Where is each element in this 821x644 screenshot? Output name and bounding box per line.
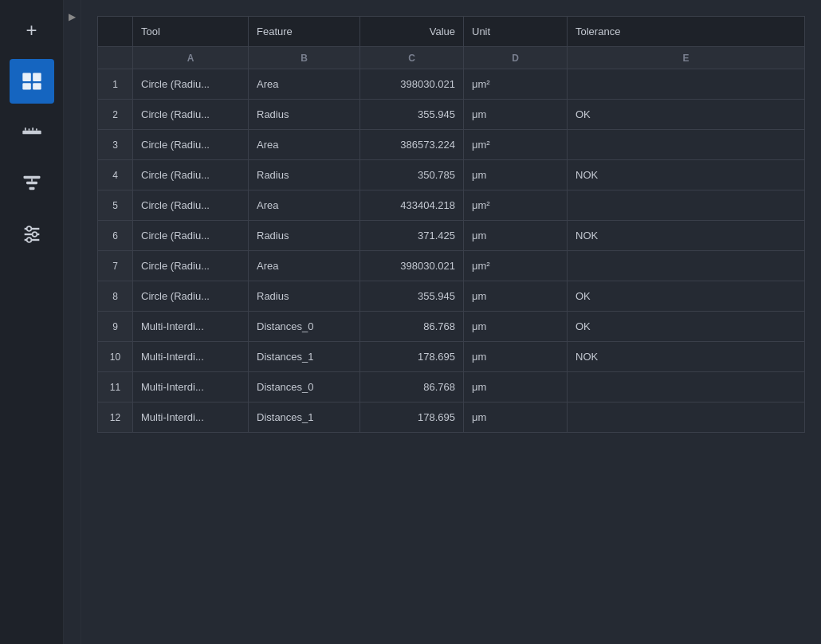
row-number: 10: [98, 342, 133, 372]
table-row[interactable]: 11Multi-Interdi...Distances_086.768μm: [98, 372, 805, 402]
icon-bar: +: [0, 0, 64, 644]
cell-tool: Multi-Interdi...: [133, 402, 249, 433]
row-number: 8: [98, 281, 133, 312]
cell-tool: Circle (Radiu...: [133, 160, 249, 190]
col-c-letter: C: [360, 47, 464, 69]
cell-unit: μm²: [464, 190, 568, 221]
table-body: 1Circle (Radiu...Area398030.021μm²2Circl…: [98, 69, 805, 433]
cell-tool: Circle (Radiu...: [133, 221, 249, 251]
cell-value: 86.768: [360, 312, 464, 342]
table-row[interactable]: 4Circle (Radiu...Radius350.785μmNOK: [98, 160, 805, 190]
cell-tool: Circle (Radiu...: [133, 281, 249, 312]
table-row[interactable]: 1Circle (Radiu...Area398030.021μm²: [98, 69, 805, 100]
measure-button[interactable]: [10, 110, 54, 155]
cell-value: 355.945: [360, 281, 464, 312]
table-row[interactable]: 9Multi-Interdi...Distances_086.768μmOK: [98, 312, 805, 342]
cell-value: 398030.021: [360, 251, 464, 281]
row-number: 5: [98, 190, 133, 221]
col-feature-header[interactable]: Feature: [249, 17, 360, 47]
measure-icon: [21, 121, 43, 143]
filter-button[interactable]: [10, 161, 54, 206]
svg-point-18: [26, 238, 31, 242]
table-row[interactable]: 12Multi-Interdi...Distances_1178.695μm: [98, 402, 805, 433]
cell-value: 398030.021: [360, 69, 464, 100]
cell-tolerance: NOK: [568, 160, 805, 190]
col-a-letter: A: [133, 47, 249, 69]
cell-feature: Radius: [249, 100, 360, 130]
cell-value: 178.695: [360, 402, 464, 433]
cell-tolerance: [568, 402, 805, 433]
table-row[interactable]: 10Multi-Interdi...Distances_1178.695μmNO…: [98, 342, 805, 372]
table-button[interactable]: [10, 59, 54, 104]
row-number: 3: [98, 130, 133, 160]
cell-value: 86.768: [360, 372, 464, 402]
cell-unit: μm: [464, 312, 568, 342]
cell-value: 350.785: [360, 160, 464, 190]
table-row[interactable]: 2Circle (Radiu...Radius355.945μmOK: [98, 100, 805, 130]
cell-feature: Radius: [249, 160, 360, 190]
sidebar-panel[interactable]: ▶: [64, 0, 81, 644]
col-tool-header[interactable]: Tool: [133, 17, 249, 47]
cell-tolerance: [568, 372, 805, 402]
svg-rect-10: [26, 182, 37, 185]
settings-button[interactable]: [10, 212, 54, 257]
row-number: 2: [98, 100, 133, 130]
cell-feature: Distances_1: [249, 342, 360, 372]
svg-point-16: [26, 226, 31, 231]
cell-unit: μm: [464, 281, 568, 312]
sidebar-arrow: ▶: [69, 11, 76, 22]
svg-rect-0: [22, 73, 30, 82]
col-tolerance-header[interactable]: Tolerance: [568, 17, 805, 47]
cell-value: 355.945: [360, 100, 464, 130]
cell-tool: Circle (Radiu...: [133, 100, 249, 130]
table-row[interactable]: 7Circle (Radiu...Area398030.021μm²: [98, 251, 805, 281]
cell-feature: Distances_1: [249, 402, 360, 433]
table-row[interactable]: 5Circle (Radiu...Area433404.218μm²: [98, 190, 805, 221]
row-number: 7: [98, 251, 133, 281]
cell-feature: Area: [249, 130, 360, 160]
cell-value: 433404.218: [360, 190, 464, 221]
cell-feature: Area: [249, 69, 360, 100]
row-number: 4: [98, 160, 133, 190]
table-row[interactable]: 8Circle (Radiu...Radius355.945μmOK: [98, 281, 805, 312]
svg-rect-4: [22, 131, 41, 135]
col-unit-header[interactable]: Unit: [464, 17, 568, 47]
cell-tool: Circle (Radiu...: [133, 251, 249, 281]
col-value-header[interactable]: Value: [360, 17, 464, 47]
row-number: 1: [98, 69, 133, 100]
table-row[interactable]: 3Circle (Radiu...Area386573.224μm²: [98, 130, 805, 160]
cell-value: 178.695: [360, 342, 464, 372]
row-number: 12: [98, 402, 133, 433]
cell-unit: μm: [464, 160, 568, 190]
cell-tolerance: [568, 251, 805, 281]
svg-rect-3: [33, 83, 41, 89]
cell-unit: μm: [464, 342, 568, 372]
row-num-header: [98, 17, 133, 47]
cell-tolerance: [568, 130, 805, 160]
cell-value: 371.425: [360, 221, 464, 251]
cell-tool: Multi-Interdi...: [133, 372, 249, 402]
row-number: 11: [98, 372, 133, 402]
table-letter-row: A B C D E: [98, 47, 805, 69]
cell-feature: Radius: [249, 281, 360, 312]
cell-value: 386573.224: [360, 130, 464, 160]
cell-tool: Circle (Radiu...: [133, 69, 249, 100]
cell-unit: μm: [464, 402, 568, 433]
table-row[interactable]: 6Circle (Radiu...Radius371.425μmNOK: [98, 221, 805, 251]
cell-tolerance: OK: [568, 100, 805, 130]
add-button[interactable]: +: [10, 8, 54, 53]
cell-unit: μm²: [464, 69, 568, 100]
cell-unit: μm: [464, 100, 568, 130]
data-table: Tool Feature Value Unit Tolerance A B C …: [97, 16, 805, 433]
cell-unit: μm²: [464, 130, 568, 160]
cell-feature: Area: [249, 251, 360, 281]
cell-feature: Distances_0: [249, 372, 360, 402]
cell-tolerance: OK: [568, 312, 805, 342]
svg-rect-11: [29, 187, 34, 190]
cell-tolerance: NOK: [568, 342, 805, 372]
table-header-row: Tool Feature Value Unit Tolerance: [98, 17, 805, 47]
svg-rect-1: [33, 73, 41, 82]
sliders-icon: [21, 223, 43, 245]
row-number: 6: [98, 221, 133, 251]
cell-unit: μm²: [464, 251, 568, 281]
